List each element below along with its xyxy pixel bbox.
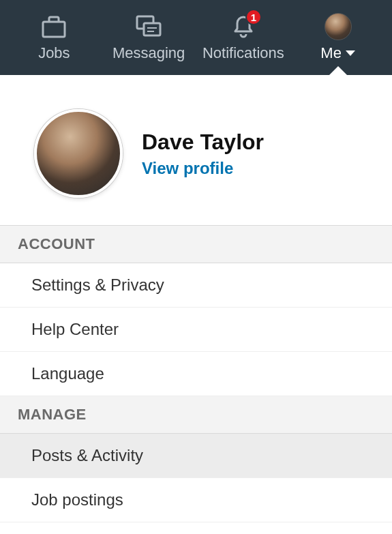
nav-jobs-label: Jobs	[38, 44, 70, 62]
nav-notifications[interactable]: 1 Notifications	[196, 0, 291, 75]
section-header-manage: MANAGE	[0, 396, 392, 434]
svg-rect-0	[43, 22, 65, 37]
nav-notifications-label: Notifications	[202, 44, 284, 62]
profile-name: Dave Taylor	[142, 130, 264, 155]
top-nav: Jobs Messaging 1 Notifications Me	[0, 0, 392, 75]
nav-me[interactable]: Me	[290, 0, 385, 75]
messaging-icon	[135, 13, 162, 40]
profile-avatar[interactable]	[34, 109, 123, 198]
nav-messaging-label: Messaging	[112, 44, 185, 62]
nav-me-label: Me	[320, 44, 342, 62]
me-dropdown: Dave Taylor View profile ACCOUNT Setting…	[0, 75, 392, 534]
menu-help-center[interactable]: Help Center	[0, 308, 392, 352]
menu-posts-activity[interactable]: Posts & Activity	[0, 434, 392, 478]
nav-messaging[interactable]: Messaging	[102, 0, 196, 75]
menu-settings-privacy[interactable]: Settings & Privacy	[0, 263, 392, 308]
profile-texts: Dave Taylor View profile	[142, 130, 264, 178]
view-profile-link[interactable]: View profile	[142, 159, 264, 178]
menu-job-postings[interactable]: Job postings	[0, 478, 392, 522]
notification-badge: 1	[245, 9, 262, 25]
menu-sign-out[interactable]: Sign out	[0, 522, 392, 534]
caret-down-icon	[346, 50, 355, 56]
user-avatar-icon	[325, 13, 352, 40]
section-header-account: ACCOUNT	[0, 226, 392, 263]
nav-jobs[interactable]: Jobs	[7, 0, 102, 75]
briefcase-icon	[42, 13, 66, 40]
menu-language[interactable]: Language	[0, 352, 392, 396]
bell-icon: 1	[232, 13, 255, 40]
svg-rect-2	[144, 23, 160, 35]
profile-section: Dave Taylor View profile	[0, 75, 392, 226]
avatar-small	[325, 13, 352, 40]
active-tab-arrow-icon	[329, 66, 348, 76]
